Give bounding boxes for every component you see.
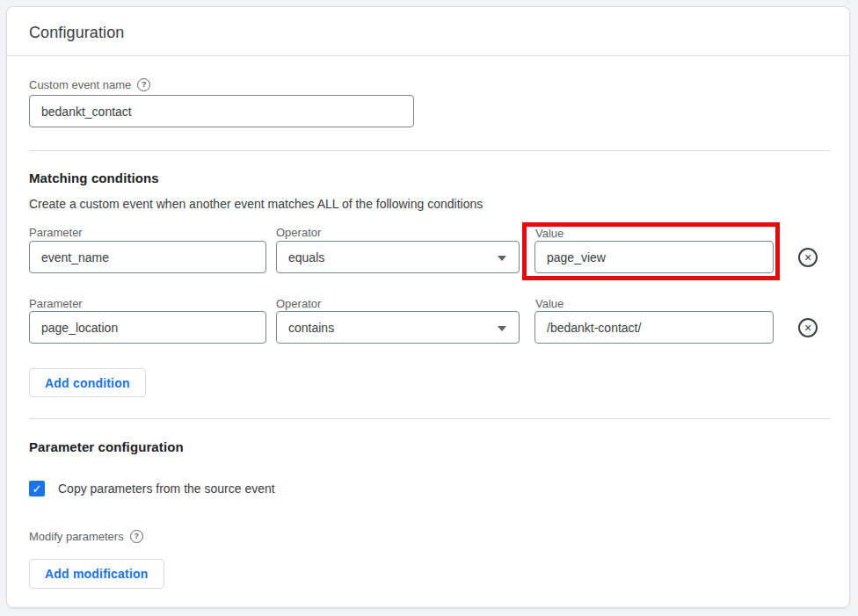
section-divider bbox=[29, 150, 831, 151]
parameter-column-label: Parameter bbox=[29, 226, 83, 239]
page-title: Configuration bbox=[29, 24, 124, 42]
help-icon[interactable]: ? bbox=[130, 530, 143, 543]
custom-event-name-input[interactable] bbox=[29, 95, 414, 127]
value-column-label: Value bbox=[535, 297, 564, 310]
matching-conditions-heading: Matching conditions bbox=[29, 170, 159, 185]
operator-column-label: Operator bbox=[276, 297, 321, 310]
condition-1-operator-select[interactable]: equals bbox=[276, 241, 520, 273]
value-column-label: Value bbox=[535, 227, 564, 240]
condition-1-parameter-input[interactable] bbox=[29, 241, 266, 273]
chevron-down-icon bbox=[498, 326, 506, 331]
parameter-configuration-heading: Parameter configuration bbox=[29, 439, 184, 454]
condition-2-value-input[interactable] bbox=[534, 311, 774, 344]
parameter-column-label: Parameter bbox=[29, 297, 83, 310]
chevron-down-icon bbox=[498, 256, 506, 261]
configuration-card: Configuration Custom event name ? Matchi… bbox=[6, 6, 850, 608]
condition-2-remove-icon[interactable]: ✕ bbox=[798, 318, 818, 337]
condition-2-parameter-input[interactable] bbox=[29, 311, 266, 344]
add-condition-button[interactable]: Add condition bbox=[29, 368, 146, 397]
check-icon: ✓ bbox=[33, 482, 42, 496]
modify-parameters-label: Modify parameters ? bbox=[29, 530, 143, 543]
copy-parameters-label[interactable]: Copy parameters from the source event bbox=[58, 482, 275, 496]
section-divider bbox=[29, 418, 831, 419]
condition-1-remove-icon[interactable]: ✕ bbox=[798, 248, 818, 267]
custom-event-name-label: Custom event name ? bbox=[29, 78, 150, 91]
condition-2-operator-select[interactable]: contains bbox=[276, 311, 520, 344]
copy-parameters-checkbox[interactable]: ✓ bbox=[29, 481, 45, 496]
matching-conditions-description: Create a custom event when another event… bbox=[29, 197, 483, 211]
operator-column-label: Operator bbox=[276, 226, 321, 239]
condition-1-value-input[interactable] bbox=[534, 241, 774, 273]
add-modification-button[interactable]: Add modification bbox=[29, 559, 164, 589]
help-icon[interactable]: ? bbox=[137, 78, 150, 91]
header-divider bbox=[7, 55, 849, 56]
